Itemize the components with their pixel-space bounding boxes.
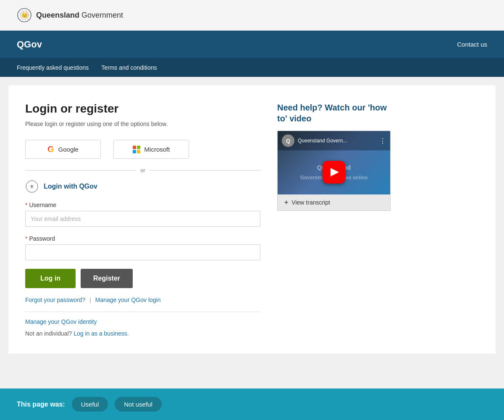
divider-left <box>25 170 136 171</box>
pipe-divider: | <box>89 297 91 303</box>
qgov-crest-icon: ⚜ <box>25 180 39 193</box>
microsoft-login-button[interactable]: Microsoft <box>113 140 189 159</box>
required-star-pw: * <box>25 235 27 242</box>
main-content: Login or register Please login or regist… <box>8 85 496 354</box>
video-thumbnail: Q Queensland Govern... ⋮ Queensland Gove… <box>278 131 390 194</box>
not-useful-button[interactable]: Not useful <box>115 397 162 412</box>
logo-area: 👑 Queensland Government <box>17 8 123 23</box>
button-row: Log in Register <box>25 269 260 288</box>
social-login-row: G Google Microsoft <box>25 140 260 159</box>
qgov-login-title: Login with QGov <box>44 183 97 190</box>
login-section: Login or register Please login or regist… <box>25 102 260 337</box>
video-menu-icon[interactable]: ⋮ <box>379 137 386 145</box>
password-label: *Password <box>25 235 260 242</box>
help-section: Need help? Watch our 'how to' video Q Qu… <box>277 102 391 337</box>
google-login-button[interactable]: G Google <box>25 140 101 159</box>
password-field-group: *Password <box>25 235 260 260</box>
terms-link[interactable]: Terms and conditions <box>101 59 157 76</box>
divider-right <box>150 170 260 171</box>
username-input[interactable] <box>25 211 260 227</box>
channel-avatar: Q <box>282 134 294 147</box>
section-divider <box>25 312 260 312</box>
video-container: Q Queensland Govern... ⋮ Queensland Gove… <box>278 131 390 194</box>
password-input[interactable] <box>25 244 260 260</box>
manage-identity-link[interactable]: Manage your QGov identity <box>25 318 260 325</box>
not-individual-text: Not an individual? Log in as a business. <box>25 330 260 337</box>
page-subtitle: Please login or register using one of th… <box>25 121 260 127</box>
qgov-title: QGov <box>17 39 42 50</box>
svg-text:⚜: ⚜ <box>29 184 34 190</box>
help-heading: Need help? Watch our 'how to' video <box>277 102 391 124</box>
login-button[interactable]: Log in <box>25 269 76 288</box>
qgov-navbar: QGov Contact us <box>0 31 504 58</box>
sub-navbar: Frequently asked questions Terms and con… <box>0 58 504 77</box>
feedback-bar: This page was: Useful Not useful <box>0 388 504 420</box>
top-header: 👑 Queensland Government <box>0 0 504 31</box>
links-row: Forgot your password? | Manage your QGov… <box>25 297 260 303</box>
play-button[interactable] <box>323 161 345 184</box>
google-icon: G <box>47 144 54 154</box>
video-top-bar: Q Queensland Govern... ⋮ <box>278 131 390 150</box>
or-text: or <box>140 167 145 173</box>
username-field-group: *Username <box>25 202 260 227</box>
contact-us-link[interactable]: Contact us <box>457 41 487 48</box>
view-transcript-label: View transcript <box>291 199 330 206</box>
queensland-crest-icon: 👑 <box>17 8 32 23</box>
page-title: Login or register <box>25 102 260 116</box>
feedback-label: This page was: <box>17 401 65 408</box>
transcript-plus-icon: + <box>284 199 288 206</box>
or-divider: or <box>25 167 260 173</box>
manage-qgov-login-link[interactable]: Manage your QGov login <box>95 297 161 303</box>
microsoft-label: Microsoft <box>144 146 170 153</box>
forgot-password-link[interactable]: Forgot your password? <box>25 297 85 303</box>
logo-text: Queensland Government <box>36 11 123 20</box>
video-body: Queensland Government services online <box>278 150 390 194</box>
google-label: Google <box>58 146 79 153</box>
required-star: * <box>25 202 27 208</box>
play-triangle-icon <box>331 168 339 176</box>
username-label: *Username <box>25 202 260 208</box>
useful-button[interactable]: Useful <box>72 397 108 412</box>
login-as-business-link[interactable]: Log in as a business <box>74 330 127 337</box>
qgov-login-header: ⚜ Login with QGov <box>25 180 260 193</box>
svg-text:👑: 👑 <box>21 11 29 18</box>
faq-link[interactable]: Frequently asked questions <box>17 59 89 76</box>
channel-name: Queensland Govern... <box>298 138 376 144</box>
register-button[interactable]: Register <box>81 269 133 288</box>
view-transcript-button[interactable]: + View transcript <box>277 194 391 211</box>
microsoft-icon <box>133 146 140 153</box>
